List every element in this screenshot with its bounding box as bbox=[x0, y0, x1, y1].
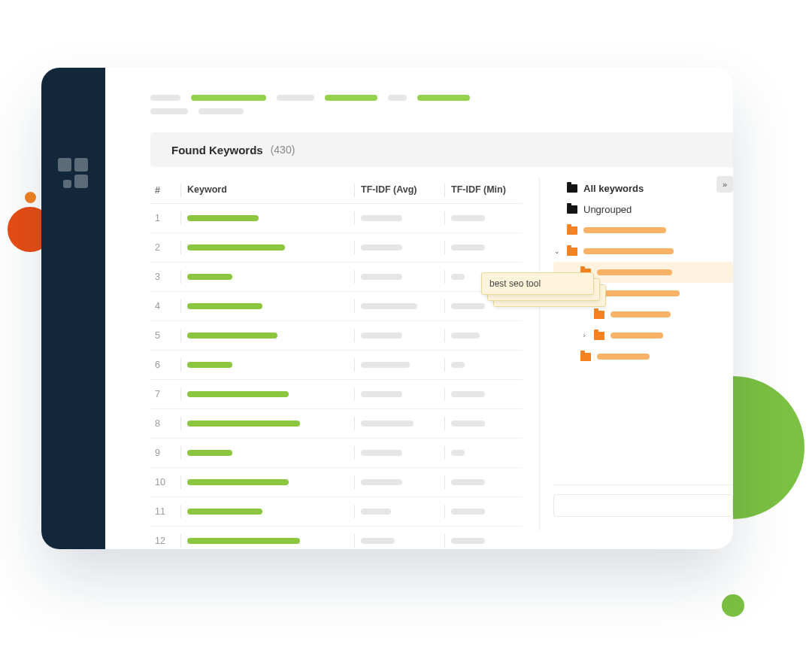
row-min bbox=[440, 497, 523, 527]
group-item[interactable] bbox=[553, 220, 733, 241]
row-num: 6 bbox=[150, 351, 176, 380]
table-row[interactable]: 10 bbox=[150, 468, 523, 497]
group-subitem[interactable] bbox=[553, 346, 733, 367]
table-row[interactable]: 9 bbox=[150, 439, 523, 468]
row-avg bbox=[350, 380, 440, 409]
row-keyword bbox=[176, 468, 350, 497]
row-keyword bbox=[176, 380, 350, 409]
table-row[interactable]: 6 bbox=[150, 351, 523, 380]
group-item-expanded[interactable]: ⌄ bbox=[553, 241, 733, 262]
row-keyword bbox=[176, 527, 350, 550]
breadcrumb bbox=[150, 95, 733, 101]
row-keyword bbox=[176, 497, 350, 527]
row-min bbox=[440, 380, 523, 409]
folder-icon bbox=[567, 226, 577, 235]
chevron-right-icon: › bbox=[580, 332, 588, 339]
table-row[interactable]: 11 bbox=[150, 497, 523, 527]
group-subitem[interactable] bbox=[553, 304, 733, 325]
keywords-table: # Keyword TF-IDF (Avg) TF-IDF (Min) 1234… bbox=[150, 178, 523, 531]
sidebar bbox=[41, 68, 105, 549]
table-row[interactable]: 3 bbox=[150, 263, 523, 292]
group-search-input[interactable] bbox=[553, 494, 733, 517]
row-min bbox=[440, 468, 523, 497]
section-title: Found Keywords bbox=[171, 144, 263, 156]
folder-icon bbox=[567, 247, 577, 256]
row-avg bbox=[350, 204, 440, 233]
row-min bbox=[440, 527, 523, 550]
row-avg bbox=[350, 351, 440, 380]
row-min bbox=[440, 233, 523, 263]
table-row[interactable]: 2 bbox=[150, 233, 523, 263]
table-row[interactable]: 8 bbox=[150, 409, 523, 439]
groups-panel: » All keywords Ungrouped ⌄ bbox=[539, 178, 733, 531]
row-keyword bbox=[176, 263, 350, 292]
row-keyword bbox=[176, 409, 350, 439]
group-search bbox=[553, 484, 733, 525]
row-avg bbox=[350, 321, 440, 351]
row-num: 3 bbox=[150, 263, 176, 292]
row-avg bbox=[350, 233, 440, 263]
row-min bbox=[440, 321, 523, 351]
row-num: 11 bbox=[150, 497, 176, 527]
row-num: 8 bbox=[150, 409, 176, 439]
col-min[interactable]: TF-IDF (Min) bbox=[440, 178, 523, 204]
section-header: Found Keywords (430) bbox=[150, 132, 733, 167]
folder-icon bbox=[594, 311, 604, 319]
row-keyword bbox=[176, 321, 350, 351]
table-row[interactable]: 1 bbox=[150, 204, 523, 233]
table-row[interactable]: 5 bbox=[150, 321, 523, 351]
folder-icon bbox=[567, 184, 577, 193]
row-min bbox=[440, 439, 523, 468]
row-keyword bbox=[176, 439, 350, 468]
row-num: 10 bbox=[150, 468, 176, 497]
row-min bbox=[440, 351, 523, 380]
row-keyword bbox=[176, 292, 350, 321]
folder-icon bbox=[567, 205, 577, 214]
row-avg bbox=[350, 468, 440, 497]
folder-icon bbox=[594, 332, 604, 340]
row-keyword bbox=[176, 351, 350, 380]
row-min bbox=[440, 204, 523, 233]
col-num[interactable]: # bbox=[150, 178, 176, 204]
breadcrumb-sub bbox=[150, 108, 733, 114]
row-num: 9 bbox=[150, 439, 176, 468]
table-row[interactable]: 4 bbox=[150, 292, 523, 321]
row-avg bbox=[350, 409, 440, 439]
row-keyword bbox=[176, 233, 350, 263]
row-num: 4 bbox=[150, 292, 176, 321]
row-avg bbox=[350, 527, 440, 550]
row-num: 5 bbox=[150, 321, 176, 351]
row-min bbox=[440, 409, 523, 439]
row-num: 12 bbox=[150, 527, 176, 550]
row-keyword bbox=[176, 204, 350, 233]
folder-icon bbox=[580, 353, 591, 361]
row-num: 1 bbox=[150, 204, 176, 233]
main-content: Found Keywords (430) # Keyword TF-IDF (A… bbox=[105, 68, 733, 549]
group-subitem[interactable]: › bbox=[553, 325, 733, 346]
row-num: 2 bbox=[150, 233, 176, 263]
group-all[interactable]: All keywords bbox=[553, 178, 733, 199]
col-avg[interactable]: TF-IDF (Avg) bbox=[350, 178, 440, 204]
row-avg bbox=[350, 497, 440, 527]
table-row[interactable]: 12 bbox=[150, 527, 523, 550]
row-avg bbox=[350, 263, 440, 292]
col-keyword[interactable]: Keyword bbox=[176, 178, 350, 204]
row-avg bbox=[350, 439, 440, 468]
apps-icon[interactable] bbox=[58, 158, 88, 188]
row-num: 7 bbox=[150, 380, 176, 409]
row-avg bbox=[350, 292, 440, 321]
collapse-panel-button[interactable]: » bbox=[717, 176, 733, 193]
table-row[interactable]: 7 bbox=[150, 380, 523, 409]
group-ungrouped[interactable]: Ungrouped bbox=[553, 199, 733, 220]
app-window: Found Keywords (430) # Keyword TF-IDF (A… bbox=[41, 68, 733, 549]
section-count: (430) bbox=[271, 144, 295, 156]
chevron-down-icon: ⌄ bbox=[553, 247, 561, 255]
